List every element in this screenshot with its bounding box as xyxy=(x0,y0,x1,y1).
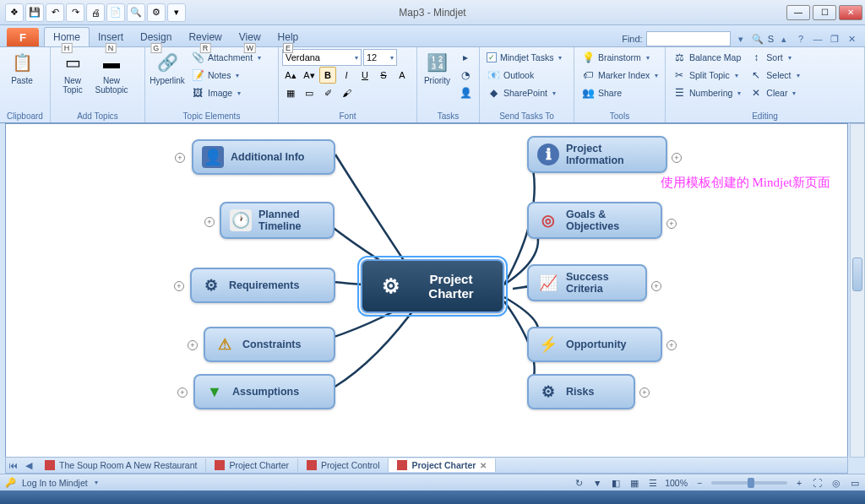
strike-button[interactable]: S xyxy=(375,67,392,84)
clear-format-button[interactable]: ✐ xyxy=(319,84,336,101)
expand-handle[interactable]: + xyxy=(175,153,185,163)
node-assumptions[interactable]: ▼Assumptions xyxy=(193,374,335,409)
sharepoint-button[interactable]: ◆SharePoint▾ xyxy=(483,84,565,101)
qat-undo-icon[interactable]: ↶ xyxy=(46,3,64,22)
tab-nav-prev[interactable]: ◀ xyxy=(21,458,36,473)
expand-handle[interactable]: + xyxy=(651,281,661,291)
tab-close-icon[interactable]: ✕ xyxy=(480,461,487,470)
expand-handle[interactable]: + xyxy=(188,340,198,350)
tab-home[interactable]: HomeH xyxy=(44,27,90,46)
shrink-font-button[interactable]: A▾ xyxy=(301,67,318,84)
mindjet-tasks-button[interactable]: ✓Mindjet Tasks▾ xyxy=(483,49,565,66)
image-button[interactable]: 🖼Image▾ xyxy=(188,84,264,101)
line-color-button[interactable]: ▭ xyxy=(301,84,318,101)
numbering-button[interactable]: ☰Numbering▾ xyxy=(669,84,744,101)
tab-review[interactable]: ReviewR xyxy=(180,28,230,46)
expand-handle[interactable]: + xyxy=(672,153,682,163)
login-dropdown[interactable]: ▾ xyxy=(95,479,98,486)
notes-button[interactable]: 📝Notes▾ xyxy=(188,67,264,84)
qat-app-icon[interactable]: ❖ xyxy=(5,3,24,22)
doc-tab[interactable]: Project Charter xyxy=(206,458,298,472)
qat-save-icon[interactable]: 💾 xyxy=(25,3,44,22)
find-dropdown-icon[interactable]: ▾ xyxy=(734,32,748,46)
fill-color-button[interactable]: ▦ xyxy=(282,84,299,101)
zoom-out-button[interactable]: − xyxy=(693,476,706,490)
qat-btn7[interactable]: 🔍 xyxy=(127,3,145,22)
expand-handle[interactable]: + xyxy=(639,387,650,398)
login-icon[interactable]: 🔑 xyxy=(3,476,17,490)
map-canvas[interactable]: ⚙ Project Charter 👤Additional Info + 🕐Pl… xyxy=(5,123,848,458)
minimize-button[interactable]: — xyxy=(786,5,810,20)
outlook-button[interactable]: 📧Outlook xyxy=(483,67,565,84)
task-resource-button[interactable]: 👤 xyxy=(455,84,476,101)
vertical-scrollbar[interactable] xyxy=(850,123,865,458)
zoom-in-button[interactable]: + xyxy=(792,476,806,490)
hyperlink-button[interactable]: 🔗Hyperlink xyxy=(149,49,186,87)
brainstorm-button[interactable]: 💡Brainstorm▾ xyxy=(578,49,661,66)
node-risks[interactable]: ⚙Risks xyxy=(527,374,635,409)
tab-design[interactable]: DesignG xyxy=(132,28,180,46)
qat-btn9[interactable]: ▾ xyxy=(167,3,186,22)
find-input[interactable] xyxy=(646,31,731,46)
ribbon-minimize-icon[interactable]: ▴ xyxy=(777,32,791,46)
maximize-button[interactable]: ☐ xyxy=(813,5,836,20)
login-link[interactable]: Log In to Mindjet xyxy=(22,478,88,488)
node-constraints[interactable]: ⚠Constraints xyxy=(204,327,335,362)
expand-handle[interactable]: + xyxy=(666,219,677,229)
mdi-close-icon[interactable]: ✕ xyxy=(845,32,858,46)
zoom-thumb[interactable] xyxy=(748,478,754,488)
task-pane-icon[interactable]: ◧ xyxy=(609,476,623,490)
new-topic-button[interactable]: ▭New Topic xyxy=(54,49,91,96)
mdi-min-icon[interactable]: — xyxy=(811,32,824,46)
doc-tab-active[interactable]: Project Charter✕ xyxy=(389,458,496,472)
font-size-combo[interactable]: 12▾ xyxy=(363,49,397,66)
file-tab[interactable]: F xyxy=(7,28,39,46)
node-additional-info[interactable]: 👤Additional Info xyxy=(192,139,335,175)
tab-nav-first[interactable]: ⏮ xyxy=(6,458,21,473)
qat-redo-icon[interactable]: ↷ xyxy=(66,3,84,22)
select-button[interactable]: ↖Select▾ xyxy=(746,67,802,84)
tab-help[interactable]: HelpE xyxy=(269,28,307,46)
qat-btn6[interactable]: 📄 xyxy=(106,3,125,22)
qat-btn8[interactable]: ⚙ xyxy=(147,3,166,22)
qat-print-icon[interactable]: 🖨 xyxy=(86,3,105,22)
expand-handle[interactable]: + xyxy=(174,281,184,291)
help-icon[interactable]: ? xyxy=(794,32,808,46)
sort-button[interactable]: ↕Sort▾ xyxy=(746,49,802,66)
font-color-button[interactable]: A xyxy=(394,67,411,84)
bold-button[interactable]: B xyxy=(319,67,336,84)
split-topic-button[interactable]: ✂Split Topic▾ xyxy=(669,67,744,84)
doc-tab[interactable]: The Soup Room A New Restaurant xyxy=(36,458,206,472)
filter-icon[interactable]: ▼ xyxy=(590,476,604,490)
balance-map-button[interactable]: ⚖Balance Map xyxy=(669,49,744,66)
node-center[interactable]: ⚙ Project Charter xyxy=(361,259,504,313)
sync-icon[interactable]: ↻ xyxy=(572,476,585,490)
close-button[interactable]: ✕ xyxy=(839,5,862,20)
priority-button[interactable]: 🔢Priority xyxy=(421,49,454,87)
binoculars-icon[interactable]: 🔍 xyxy=(751,32,764,46)
share-button[interactable]: 👥Share xyxy=(578,84,661,101)
tab-insert[interactable]: InsertN xyxy=(90,28,132,46)
node-planned-timeline[interactable]: 🕐Planned Timeline xyxy=(220,202,335,239)
expand-handle[interactable]: + xyxy=(204,217,215,227)
selection-icon[interactable]: ▭ xyxy=(848,476,862,490)
mdi-restore-icon[interactable]: ❐ xyxy=(828,32,841,46)
view-map-icon[interactable]: ▦ xyxy=(628,476,641,490)
tab-view[interactable]: ViewW xyxy=(231,28,269,46)
node-requirements[interactable]: ⚙Requirements xyxy=(190,268,335,303)
font-family-combo[interactable]: Verdana▾ xyxy=(282,49,362,66)
grow-font-button[interactable]: A▴ xyxy=(282,67,299,84)
fit-map-icon[interactable]: ⛶ xyxy=(811,476,824,490)
italic-button[interactable]: I xyxy=(338,67,355,84)
marker-index-button[interactable]: 🏷Marker Index▾ xyxy=(578,67,661,84)
view-outline-icon[interactable]: ☰ xyxy=(646,476,660,490)
task-flag-button[interactable]: ▸ xyxy=(455,49,476,66)
node-opportunity[interactable]: ⚡Opportunity xyxy=(527,327,662,362)
doc-tab[interactable]: Project Control xyxy=(298,458,389,472)
format-painter-button[interactable]: 🖌 xyxy=(338,84,355,101)
center-map-icon[interactable]: ◎ xyxy=(830,476,843,490)
clear-button[interactable]: ✕Clear▾ xyxy=(746,84,802,101)
zoom-slider[interactable] xyxy=(711,481,787,485)
paste-button[interactable]: 📋Paste xyxy=(3,49,41,87)
node-goals-objectives[interactable]: ◎Goals & Objectives xyxy=(527,202,662,239)
